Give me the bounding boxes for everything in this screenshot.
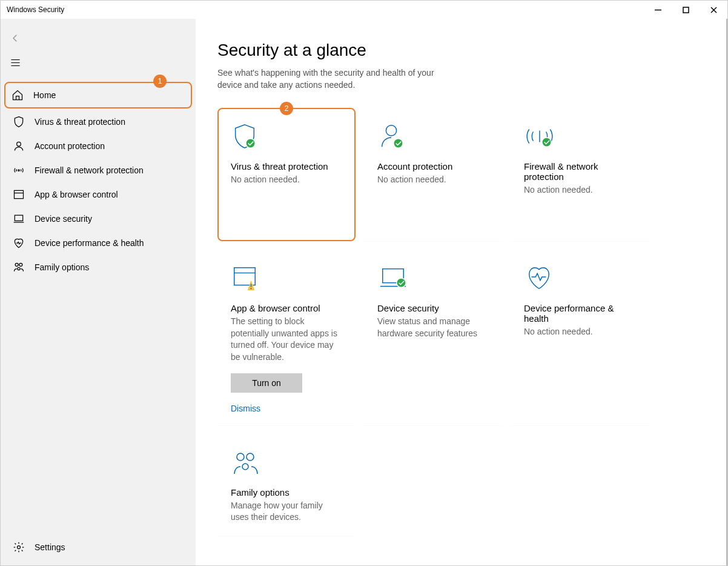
svg-point-13 — [19, 263, 22, 266]
svg-rect-11 — [15, 215, 22, 221]
tile-title: Firewall & network protection — [524, 161, 635, 182]
svg-point-20 — [542, 138, 551, 147]
antenna-icon — [13, 164, 25, 176]
person-check-icon — [377, 121, 489, 150]
main-content: Security at a glance See what's happenin… — [196, 19, 727, 565]
window-title: Windows Security — [7, 5, 64, 14]
gear-icon — [13, 541, 25, 553]
laptop-icon — [13, 213, 25, 225]
sidebar-item-label: Settings — [35, 542, 65, 552]
sidebar-item-label: Account protection — [35, 141, 105, 151]
tile-device[interactable]: Device security View status and manage h… — [364, 250, 502, 425]
sidebar-item-home[interactable]: Home — [5, 83, 191, 107]
tile-desc: No action needed. — [524, 184, 635, 196]
family-icon — [13, 261, 25, 273]
sidebar-item-settings[interactable]: Settings — [4, 535, 192, 559]
svg-point-29 — [247, 453, 254, 461]
sidebar-item-performance[interactable]: Device performance & health — [4, 231, 192, 255]
sidebar-item-label: Home — [33, 90, 56, 100]
home-icon — [12, 89, 24, 101]
heart-pulse-icon — [524, 263, 635, 292]
svg-point-8 — [18, 170, 20, 171]
sidebar-item-home-highlight: Home — [4, 82, 192, 108]
tile-desc: No action needed. — [231, 174, 342, 186]
shield-icon — [13, 116, 25, 128]
tile-desc: The setting to block potentially unwante… — [231, 316, 342, 363]
tile-title: Device security — [377, 303, 489, 313]
svg-point-28 — [237, 453, 244, 461]
sidebar-item-label: Firewall & network protection — [35, 165, 144, 175]
sidebar-item-label: Device performance & health — [35, 238, 144, 248]
svg-point-17 — [386, 125, 396, 136]
window-controls — [644, 1, 727, 19]
svg-point-15 — [18, 546, 21, 549]
tile-title: Device performance & health — [524, 303, 635, 324]
tile-performance[interactable]: Device performance & health No action ne… — [511, 250, 649, 425]
minimize-button[interactable] — [644, 1, 672, 19]
svg-point-25 — [251, 288, 252, 289]
tile-title: Virus & threat protection — [231, 161, 342, 171]
page-subtitle: See what's happening with the security a… — [217, 67, 460, 91]
maximize-button[interactable] — [672, 1, 700, 19]
laptop-check-icon — [377, 263, 489, 292]
sidebar-item-firewall[interactable]: Firewall & network protection — [4, 158, 192, 182]
sidebar-item-family[interactable]: Family options — [4, 255, 192, 279]
tile-desc: Manage how your family uses their device… — [231, 500, 342, 524]
shield-check-icon — [231, 121, 342, 150]
tile-family[interactable]: Family options Manage how your family us… — [217, 434, 356, 536]
heart-icon — [13, 237, 25, 249]
svg-point-12 — [15, 263, 18, 266]
tile-desc: No action needed. — [377, 174, 489, 186]
sidebar-item-device[interactable]: Device security — [4, 207, 192, 231]
window-warning-icon — [231, 263, 342, 292]
turn-on-button[interactable]: Turn on — [231, 373, 302, 393]
sidebar-item-label: Virus & threat protection — [35, 117, 125, 127]
svg-rect-1 — [683, 7, 689, 13]
svg-rect-21 — [234, 268, 256, 285]
hamburger-button[interactable] — [1, 50, 30, 75]
person-icon — [13, 140, 25, 152]
sidebar: Home Virus & threat protection Account p… — [1, 19, 196, 565]
tile-title: Family options — [231, 487, 342, 498]
family-icon — [231, 447, 342, 476]
tile-desc: View status and manage hardware security… — [377, 316, 489, 339]
tile-title: App & browser control — [231, 303, 342, 313]
scrollbar[interactable] — [726, 19, 727, 565]
svg-point-18 — [394, 139, 403, 148]
svg-point-14 — [18, 267, 20, 270]
sidebar-item-appbrowser[interactable]: App & browser control — [4, 182, 192, 207]
window-icon — [13, 188, 25, 201]
titlebar: Windows Security — [1, 1, 727, 19]
sidebar-item-label: Family options — [35, 262, 89, 272]
page-title: Security at a glance — [217, 41, 706, 60]
close-button[interactable] — [700, 1, 727, 19]
svg-point-7 — [17, 142, 21, 146]
tile-title: Account protection — [377, 161, 489, 171]
sidebar-item-label: Device security — [35, 214, 92, 224]
sidebar-item-account[interactable]: Account protection — [4, 134, 192, 158]
svg-point-16 — [246, 139, 255, 148]
sidebar-item-label: App & browser control — [35, 190, 118, 199]
tile-firewall[interactable]: Firewall & network protection No action … — [511, 108, 649, 241]
svg-point-30 — [242, 464, 248, 470]
svg-rect-9 — [15, 190, 24, 198]
tile-desc: No action needed. — [524, 326, 635, 338]
tile-account[interactable]: Account protection No action needed. — [364, 108, 502, 241]
svg-point-27 — [397, 278, 406, 287]
dismiss-link[interactable]: Dismiss — [231, 404, 260, 413]
tile-virus[interactable]: Virus & threat protection No action need… — [217, 108, 356, 241]
sidebar-item-virus[interactable]: Virus & threat protection — [4, 110, 192, 134]
antenna-check-icon — [524, 121, 635, 150]
back-button[interactable] — [1, 27, 30, 49]
tile-appbrowser[interactable]: App & browser control The setting to blo… — [217, 250, 356, 425]
tile-grid: Virus & threat protection No action need… — [217, 108, 706, 536]
